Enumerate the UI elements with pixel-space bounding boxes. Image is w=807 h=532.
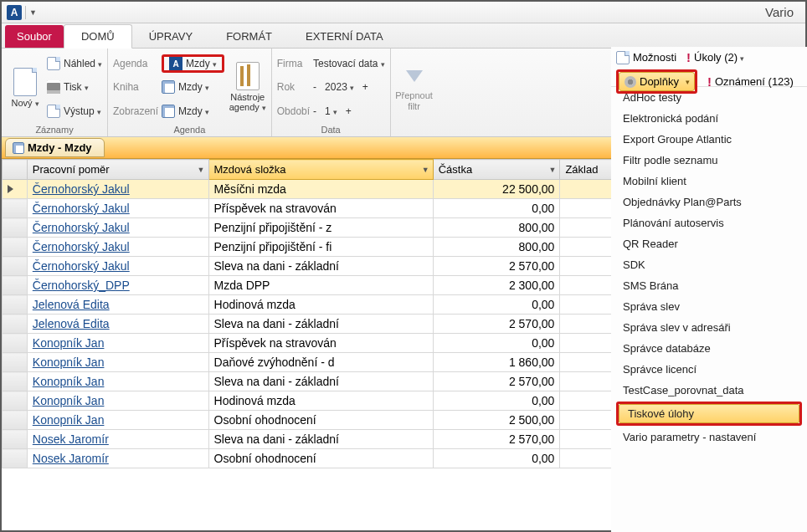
cell-wage-component[interactable]: Příspěvek na stravován bbox=[208, 334, 433, 353]
menu-item[interactable]: Objednávky Plan@Parts bbox=[611, 192, 807, 212]
menu-item[interactable]: Mobilní klient bbox=[611, 171, 807, 192]
period-plus[interactable]: + bbox=[346, 105, 352, 117]
output-button[interactable]: Výstup bbox=[47, 102, 102, 120]
datasheet-tab[interactable]: Mzdy - Mzdy bbox=[5, 138, 105, 157]
menu-item[interactable]: Filtr podle seznamu bbox=[611, 150, 807, 171]
cell-wage-component[interactable]: Sleva na dani - základní bbox=[208, 372, 433, 391]
menu-item[interactable]: SDK bbox=[611, 254, 807, 275]
menu-item[interactable]: TestCase_porovnat_data bbox=[611, 380, 807, 401]
chevron-down-icon[interactable]: ▼ bbox=[198, 166, 205, 174]
row-selector[interactable] bbox=[3, 276, 28, 295]
menu-item[interactable]: Správa slev v adresáři bbox=[611, 317, 807, 338]
cell-amount[interactable]: 22 500,00 bbox=[433, 180, 560, 199]
new-button[interactable]: Nový bbox=[7, 52, 44, 123]
row-selector[interactable] bbox=[3, 295, 28, 315]
tab-home[interactable]: DOMŮ bbox=[64, 24, 132, 49]
menu-item[interactable]: Elektronická podání bbox=[611, 108, 807, 129]
cell-amount[interactable]: 800,00 bbox=[433, 218, 560, 238]
row-selector[interactable] bbox=[3, 353, 28, 372]
tab-edit[interactable]: ÚPRAVY bbox=[132, 25, 210, 48]
row-selector[interactable] bbox=[3, 257, 28, 276]
cell-employment[interactable]: Nosek Jaromír bbox=[27, 449, 208, 468]
cell-amount[interactable]: 0,00 bbox=[433, 334, 560, 353]
menu-item[interactable]: Vario parametry - nastavení bbox=[611, 427, 807, 448]
agenda-mzdy-button[interactable]: AMzdy bbox=[162, 54, 224, 73]
row-header-corner[interactable] bbox=[3, 160, 28, 180]
chevron-down-icon[interactable]: ▼ bbox=[548, 166, 556, 174]
cell-employment[interactable]: Nosek Jaromír bbox=[27, 430, 208, 449]
cell-wage-component[interactable]: Osobní ohodnocení bbox=[208, 449, 433, 468]
row-selector[interactable] bbox=[3, 391, 28, 411]
cell-wage-component[interactable]: Penzijní připojištění - z bbox=[208, 218, 433, 238]
cell-wage-component[interactable]: Sleva na dani - základní bbox=[208, 257, 433, 276]
period-selector[interactable]: 1 bbox=[325, 105, 337, 117]
menu-item[interactable]: Správce licencí bbox=[611, 359, 807, 380]
menu-item[interactable]: QR Reader bbox=[611, 233, 807, 254]
menu-item[interactable]: SMS Brána bbox=[611, 275, 807, 296]
year-selector[interactable]: 2023 bbox=[325, 81, 354, 93]
addons-button[interactable]: Doplňky bbox=[619, 72, 695, 91]
col-amount[interactable]: Částka▼ bbox=[433, 160, 560, 180]
menu-item[interactable]: Export Groupe Atlantic bbox=[611, 129, 807, 150]
row-selector[interactable] bbox=[3, 372, 28, 391]
cell-wage-component[interactable]: Penzijní připojištění - fi bbox=[208, 238, 433, 257]
cell-employment[interactable]: Černohorský Jakul bbox=[27, 199, 208, 218]
cell-employment[interactable]: Černohorský Jakul bbox=[27, 218, 208, 238]
period-minus[interactable]: - bbox=[313, 105, 316, 117]
col-employment[interactable]: Pracovní poměr▼ bbox=[27, 160, 208, 180]
cell-amount[interactable]: 2 570,00 bbox=[433, 372, 560, 391]
cell-amount[interactable]: 0,00 bbox=[433, 199, 560, 218]
row-selector[interactable] bbox=[3, 334, 28, 353]
cell-amount[interactable]: 2 500,00 bbox=[433, 411, 560, 430]
cell-wage-component[interactable]: Měsíčni mzda bbox=[208, 180, 433, 199]
cell-employment[interactable]: Jelenová Edita bbox=[27, 295, 208, 315]
cell-amount[interactable]: 2 570,00 bbox=[433, 257, 560, 276]
cell-amount[interactable]: 0,00 bbox=[433, 391, 560, 411]
row-selector[interactable] bbox=[3, 315, 28, 334]
cell-amount[interactable]: 0,00 bbox=[433, 295, 560, 315]
cell-employment[interactable]: Černohorský_DPP bbox=[27, 276, 208, 295]
cell-amount[interactable]: 0,00 bbox=[433, 449, 560, 468]
cell-employment[interactable]: Konopník Jan bbox=[27, 334, 208, 353]
tasks-button[interactable]: !Úkoly (2) bbox=[686, 50, 744, 64]
notices-button[interactable]: !Oznámení (123) bbox=[707, 69, 794, 94]
cell-amount[interactable]: 2 300,00 bbox=[433, 276, 560, 295]
cell-employment[interactable]: Konopník Jan bbox=[27, 353, 208, 372]
cell-wage-component[interactable]: Sleva na dani - základní bbox=[208, 315, 433, 334]
menu-item[interactable]: Plánování autoservis bbox=[611, 212, 807, 233]
preview-button[interactable]: Náhled bbox=[47, 54, 102, 73]
toggle-filter-button[interactable]: Přepnout filtr bbox=[396, 52, 433, 123]
tab-file[interactable]: Soubor bbox=[5, 25, 64, 48]
row-selector[interactable] bbox=[3, 411, 28, 430]
row-selector[interactable] bbox=[3, 238, 28, 257]
print-button[interactable]: Tisk bbox=[47, 78, 102, 96]
menu-item[interactable]: Tiskové úlohy bbox=[619, 404, 799, 423]
row-selector[interactable] bbox=[3, 199, 28, 218]
cell-amount[interactable]: 800,00 bbox=[433, 238, 560, 257]
cell-amount[interactable]: 2 570,00 bbox=[433, 315, 560, 334]
year-plus[interactable]: + bbox=[362, 81, 368, 93]
cell-employment[interactable]: Konopník Jan bbox=[27, 372, 208, 391]
row-selector[interactable] bbox=[3, 449, 28, 468]
row-selector[interactable] bbox=[3, 180, 28, 199]
cell-wage-component[interactable]: Hodinová mzda bbox=[208, 295, 433, 315]
year-minus[interactable]: - bbox=[313, 81, 316, 93]
cell-wage-component[interactable]: Mzda DPP bbox=[208, 276, 433, 295]
cell-amount[interactable]: 2 570,00 bbox=[433, 430, 560, 449]
cell-wage-component[interactable]: Sleva na dani - základní bbox=[208, 430, 433, 449]
menu-item[interactable]: Správa slev bbox=[611, 296, 807, 317]
cell-employment[interactable]: Konopník Jan bbox=[27, 411, 208, 430]
cell-wage-component[interactable]: Osobní ohodnocení bbox=[208, 411, 433, 430]
agenda-tools-button[interactable]: Nástroje agendy bbox=[229, 52, 266, 123]
cell-wage-component[interactable]: Příspěvek na stravován bbox=[208, 199, 433, 218]
cell-wage-component[interactable]: Hodinová mzda bbox=[208, 391, 433, 411]
col-wage-component[interactable]: Mzdová složka▼ bbox=[208, 160, 433, 180]
cell-employment[interactable]: Černohorský Jakul bbox=[27, 238, 208, 257]
qat-dropdown-icon[interactable]: ▼ bbox=[29, 8, 37, 17]
chevron-down-icon[interactable]: ▼ bbox=[422, 166, 429, 174]
cell-employment[interactable]: Konopník Jan bbox=[27, 391, 208, 411]
tab-external-data[interactable]: EXTERNÍ DATA bbox=[289, 25, 400, 48]
options-button[interactable]: Možnosti bbox=[616, 50, 676, 64]
cell-employment[interactable]: Černohorský Jakul bbox=[27, 180, 208, 199]
cell-wage-component[interactable]: Daňové zvýhodnění - d bbox=[208, 353, 433, 372]
